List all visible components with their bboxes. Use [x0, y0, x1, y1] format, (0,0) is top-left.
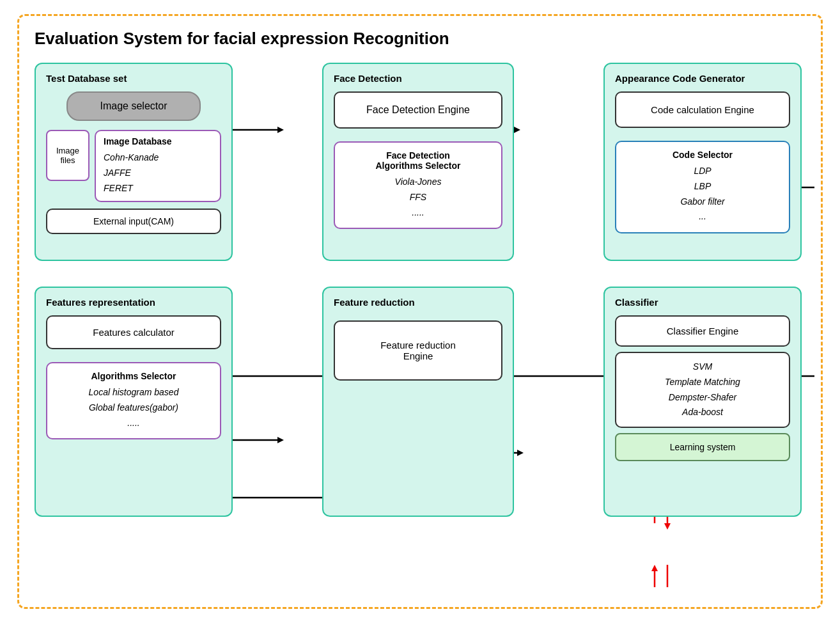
face-algo-items: Viola-JonesFFS..... [344, 175, 492, 220]
panel-code-title: Appearance Code Generator [615, 73, 790, 84]
image-selector-box: Image selector [66, 91, 201, 121]
face-algo-selector-box: Face DetectionAlgorithms Selector Viola-… [334, 141, 502, 229]
panel-appearance-code: Appearance Code Generator Code calculati… [603, 63, 802, 261]
db-row: Image files Image Database Cohn-KanadeJA… [46, 130, 221, 202]
top-row: Test Database set Image selector Image f… [35, 63, 805, 261]
image-files-box: Image files [46, 130, 89, 181]
external-input-box: External input(CAM) [46, 209, 221, 234]
panel-feat-title: Features representation [46, 297, 221, 308]
face-algo-title: Face DetectionAlgorithms Selector [344, 150, 492, 171]
face-detection-engine-label: Face Detection Engine [366, 104, 470, 115]
svg-marker-25 [651, 565, 658, 571]
classifier-engine-label: Classifier Engine [667, 326, 739, 336]
features-calculator-label: Features calculator [93, 327, 175, 338]
bottom-row: Features representation Features calcula… [35, 287, 805, 517]
panel-classifier-title: Classifier [615, 297, 790, 308]
arrow-spacer-1 [233, 63, 277, 261]
panel-features-representation: Features representation Features calcula… [35, 287, 233, 517]
panel-test-database: Test Database set Image selector Image f… [35, 63, 233, 261]
panel-db-title: Test Database set [46, 73, 221, 84]
feature-reduction-engine-label: Feature reductionEngine [380, 340, 456, 361]
code-selector-title: Code Selector [625, 150, 780, 160]
image-database-box: Image Database Cohn-KanadeJAFFEFERET [95, 130, 221, 202]
code-calc-engine-box: Code calculation Engine [615, 91, 790, 128]
image-selector-label: Image selector [100, 100, 167, 111]
panel-feature-reduction: Feature reduction Feature reductionEngin… [322, 287, 514, 517]
classifier-methods-box: SVMTemplate MatchingDempster-ShaferAda-b… [615, 352, 790, 428]
external-input-row: External input(CAM) [46, 209, 221, 234]
algo-selector-title: Algorithms Selector [56, 371, 211, 381]
algo-selector-box: Algorithms Selector Local histogram base… [46, 362, 221, 439]
code-selector-box: Code Selector LDPLBPGabor filter... [615, 141, 790, 233]
main-title: Evaluation System for facial expression … [35, 29, 805, 49]
panel-face-title: Face Detection [334, 73, 502, 84]
image-files-label: Image files [52, 146, 83, 165]
db-items: Cohn-KanadeJAFFEFERET [104, 150, 212, 196]
feature-reduction-engine-box: Feature reductionEngine [334, 320, 502, 381]
panel-classifier: Classifier Classifier Engine SVMTemplate… [603, 287, 802, 517]
classifier-methods-items: SVMTemplate MatchingDempster-ShaferAda-b… [625, 359, 780, 420]
learning-system-label: Learning system [670, 442, 736, 452]
learning-system-box: Learning system [615, 433, 790, 461]
classifier-engine-box: Classifier Engine [615, 315, 790, 347]
external-input-label: External input(CAM) [93, 216, 174, 226]
arrow-spacer-3 [233, 287, 277, 517]
features-calculator-box: Features calculator [46, 315, 221, 349]
algo-selector-items: Local histogram basedGlobal features(gab… [56, 385, 211, 430]
main-container: Evaluation System for facial expression … [17, 14, 823, 609]
arrow-spacer-2 [514, 63, 559, 261]
panel-reduction-title: Feature reduction [334, 297, 502, 308]
db-title: Image Database [104, 136, 212, 146]
svg-marker-23 [664, 523, 671, 530]
code-selector-items: LDPLBPGabor filter... [625, 164, 780, 225]
arrow-spacer-4 [514, 287, 559, 517]
diagram-wrapper: Test Database set Image selector Image f… [35, 63, 805, 517]
panel-face-detection: Face Detection Face Detection Engine Fac… [322, 63, 514, 261]
face-detection-engine-box: Face Detection Engine [334, 91, 502, 129]
code-calc-engine-label: Code calculation Engine [651, 104, 754, 115]
